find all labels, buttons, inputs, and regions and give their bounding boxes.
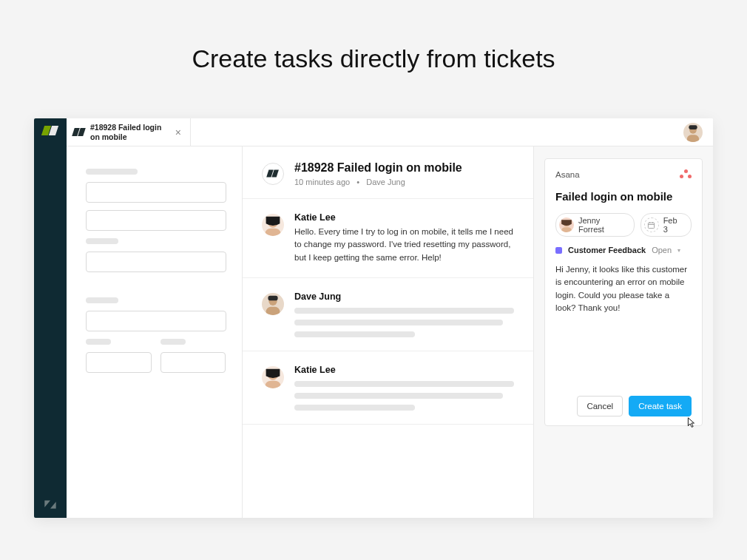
current-user-avatar[interactable] — [683, 123, 703, 142]
zendesk-app-window: #18928 Failed login on mobile × — [34, 118, 713, 518]
apps-panel: Asana Failed login on mobile Jenny Forre… — [534, 146, 713, 518]
svg-rect-16 — [561, 227, 572, 232]
svg-rect-9 — [266, 307, 280, 315]
zendesk-logo-icon[interactable] — [42, 124, 58, 138]
field-label-placeholder — [160, 339, 186, 345]
ticket-tab[interactable]: #18928 Failed login on mobile × — [67, 118, 191, 146]
asana-project-name: Customer Feedback — [568, 246, 646, 254]
message-author: Dave Jung — [294, 291, 514, 302]
asana-provider-label: Asana — [555, 170, 580, 179]
ticket-source-icon — [262, 163, 284, 185]
svg-rect-2 — [687, 135, 699, 142]
field-input-placeholder[interactable] — [86, 210, 226, 231]
asana-due-date: Feb 3 — [663, 216, 683, 234]
ticket-title: #18928 Failed login on mobile — [294, 161, 462, 175]
ticket-tab-icon — [72, 127, 86, 138]
chevron-down-icon: ▾ — [677, 247, 680, 254]
ticket-tab-title: #18928 Failed login on mobile — [90, 123, 168, 141]
svg-rect-6 — [266, 229, 281, 236]
conversation-message: Dave Jung — [243, 278, 533, 351]
asana-assignee-chip[interactable]: Jenny Forrest — [555, 213, 635, 237]
field-input-placeholder[interactable] — [86, 252, 226, 272]
zendesk-z-icon[interactable] — [43, 497, 58, 512]
asana-create-task-card: Asana Failed login on mobile Jenny Forre… — [544, 158, 703, 426]
asana-assignee-name: Jenny Forrest — [578, 216, 626, 234]
svg-rect-13 — [266, 380, 281, 388]
meta-separator: • — [352, 178, 364, 186]
message-text: Hello. Every time I try to log in on mob… — [294, 226, 514, 264]
conversation-message: Katie Lee Hello. Every time I try to log… — [243, 199, 533, 278]
svg-rect-10 — [268, 296, 277, 301]
message-author: Katie Lee — [294, 212, 514, 223]
avatar — [262, 366, 284, 388]
avatar — [262, 293, 284, 315]
create-task-button[interactable]: Create task — [629, 396, 692, 416]
ticket-header: #18928 Failed login on mobile 10 minutes… — [243, 146, 533, 199]
conversation-message: Katie Lee — [243, 351, 533, 425]
field-label-placeholder — [86, 169, 138, 175]
asana-project-row[interactable]: Customer Feedback Open ▾ — [555, 246, 692, 254]
asana-logo-icon — [680, 169, 692, 180]
ticket-requester: Dave Jung — [366, 178, 405, 186]
field-input-placeholder[interactable] — [86, 352, 152, 373]
top-search-area — [191, 118, 713, 146]
asana-status-label: Open — [652, 246, 672, 254]
ticket-meta: 10 minutes ago • Dave Jung — [294, 178, 462, 186]
field-input-placeholder[interactable] — [86, 182, 226, 203]
field-input-placeholder[interactable] — [160, 352, 226, 373]
avatar — [262, 214, 284, 236]
field-label-placeholder — [86, 238, 118, 244]
top-bar: #18928 Failed login on mobile × — [67, 118, 713, 146]
ticket-conversation-panel: #18928 Failed login on mobile 10 minutes… — [243, 146, 534, 518]
message-text-placeholder — [294, 381, 514, 411]
field-label-placeholder — [86, 339, 111, 345]
ticket-time: 10 minutes ago — [294, 178, 350, 186]
svg-rect-17 — [649, 223, 655, 229]
message-text-placeholder — [294, 308, 514, 337]
asana-due-date-chip[interactable]: Feb 3 — [640, 213, 692, 237]
avatar — [559, 217, 574, 232]
asana-description[interactable]: Hi Jenny, it looks like this customer is… — [555, 263, 692, 314]
left-rail — [34, 118, 67, 518]
calendar-icon — [644, 217, 659, 232]
field-label-placeholder — [86, 297, 118, 303]
svg-rect-3 — [689, 125, 697, 129]
page-heading: Create tasks directly from tickets — [0, 44, 747, 73]
close-tab-icon[interactable]: × — [172, 126, 184, 138]
cancel-button[interactable]: Cancel — [577, 396, 623, 416]
ticket-properties-panel — [67, 146, 243, 518]
field-input-placeholder[interactable] — [86, 311, 226, 331]
cursor-pointer-icon — [684, 416, 697, 430]
message-author: Katie Lee — [294, 365, 514, 375]
asana-task-title[interactable]: Failed login on mobile — [555, 190, 692, 203]
project-color-swatch — [555, 247, 562, 254]
